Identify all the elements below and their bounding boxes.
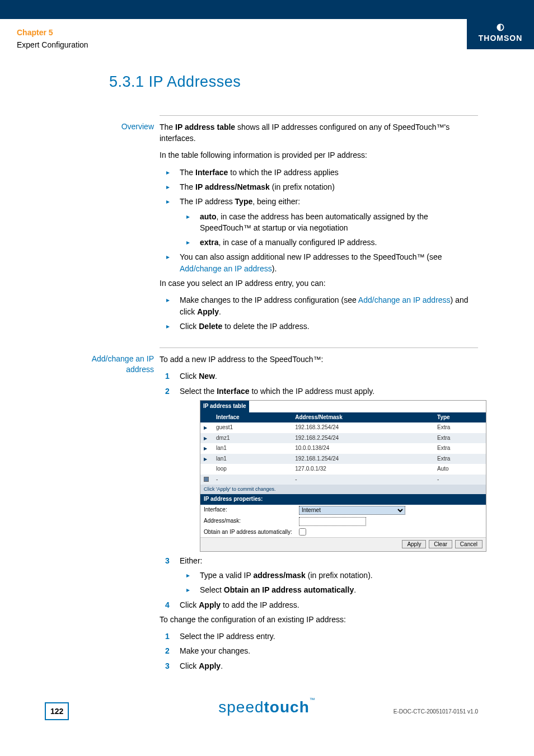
section-label-overview: Overview [70,121,154,132]
row-arrow-icon: ▶ [204,457,207,462]
row-arrow-icon: ▶ [204,446,207,451]
ip-address-table-screenshot: IP address table Interface Address/Netma… [200,400,486,552]
form-row-address: Address/mask: [200,516,486,527]
chapter-heading: Chapter 5 Expert Configuration [17,27,88,51]
link-addchange-1[interactable]: Add/change an IP address [180,264,272,273]
speedtouch-b: touch [264,698,310,716]
table-row-selected[interactable]: --- [200,475,486,485]
label-address: Address/mask: [204,517,299,525]
either-auto: Select Obtain an IP address automaticall… [180,584,478,595]
form-row-interface: Interface: Internet [200,505,486,516]
clear-button[interactable]: Clear [429,540,452,548]
chapter-number: Chapter 5 [17,28,53,37]
row-marker-icon [204,477,209,482]
form-row-auto: Obtain an IP address automatically: [200,527,486,538]
section-addchange: Add/change an IP address To add a new IP… [160,348,478,672]
top-bar [0,0,534,19]
thomson-logo: ◐ THOMSON [467,19,534,49]
chapter-subtitle: Expert Configuration [17,39,88,50]
cstep-select: Select the IP address entry. [160,631,478,642]
step-either: Either: Type a valid IP address/mask (in… [160,555,478,596]
address-input[interactable] [299,517,366,526]
section-overview: Overview The IP address table shows all … [160,115,478,332]
cstep-apply: Click Apply. [160,660,478,672]
ip-table: Interface Address/Netmask Type ▶guest119… [200,412,486,505]
auto-checkbox[interactable] [299,528,306,536]
bullet-extra: extra, in case of a manually configured … [180,237,478,248]
page-header: Chapter 5 Expert Configuration ◐ THOMSON [0,19,534,71]
page-title: 5.3.1 IP Addresses [109,71,534,93]
button-bar: Apply Clear Cancel [200,537,486,551]
step-select-interface: Select the Interface to which the IP add… [160,386,478,552]
bullet-interface: The Interface to which the IP address ap… [160,167,478,178]
overview-line2: In the table following information is pr… [160,149,478,161]
label-auto: Obtain an IP address automatically: [204,528,299,537]
bullet-make-changes: Make changes to the IP address configura… [160,294,478,317]
table-row[interactable]: ▶guest1192.168.3.254/24Extra [200,422,486,433]
bullet-assign-new: You can also assign additional new IP ad… [160,251,478,274]
tm-mark: ™ [310,697,316,703]
cancel-button[interactable]: Cancel [455,540,483,548]
bullet-delete: Click Delete to delete the IP address. [160,321,478,332]
table-row[interactable]: ▶lan1192.168.1.254/24Extra [200,454,486,464]
th-type: Type [434,412,486,423]
step-click-apply: Click Apply to add the IP address. [160,599,478,611]
step-click-new: Click New. [160,370,478,382]
bullet-netmask: The IP address/Netmask (in prefix notati… [160,181,478,192]
table-caption: IP address table [200,401,249,412]
overview-bullets: The Interface to which the IP address ap… [160,167,478,274]
either-type: Type a valid IP address/mask (in prefix … [180,570,478,581]
commit-note: Click 'Apply' to commit changes. [200,485,486,494]
th-interface: Interface [213,412,292,423]
interface-select[interactable]: Internet [299,506,405,515]
row-arrow-icon: ▶ [204,425,207,430]
addchange-intro: To add a new IP address to the SpeedTouc… [160,354,478,365]
table-row[interactable]: loop127.0.0.1/32Auto [200,464,486,475]
change-intro: To change the configuration of an existi… [160,614,478,625]
add-steps: Click New. Select the Interface to which… [160,370,478,610]
brand-text: THOMSON [479,34,523,43]
apply-button[interactable]: Apply [402,540,426,548]
overview-bullets-2: Make changes to the IP address configura… [160,294,478,332]
change-steps: Select the IP address entry. Make your c… [160,631,478,672]
table-row[interactable]: ▶lan110.0.0.138/24Extra [200,443,486,454]
label-interface: Interface: [204,506,299,514]
speedtouch-a: speed [218,698,264,716]
props-header: IP address properties: [200,494,486,505]
row-arrow-icon: ▶ [204,436,207,441]
table-row[interactable]: ▶dmz1192.168.2.254/24Extra [200,433,486,444]
th-address: Address/Netmask [292,412,434,423]
overview-line3: In case you select an IP address entry, … [160,278,478,289]
bullet-type: The IP address Type, being either: auto,… [160,196,478,248]
link-addchange-2[interactable]: Add/change an IP address [358,295,451,304]
section-label-addchange: Add/change an IP address [70,354,154,375]
cstep-change: Make your changes. [160,645,478,656]
doc-id: E-DOC-CTC-20051017-0151 v1.0 [394,708,478,716]
overview-intro: The IP address table shows all IP addres… [160,121,478,144]
bullet-auto: auto, in case the address has been autom… [180,211,478,234]
thomson-icon: ◐ [472,22,528,31]
